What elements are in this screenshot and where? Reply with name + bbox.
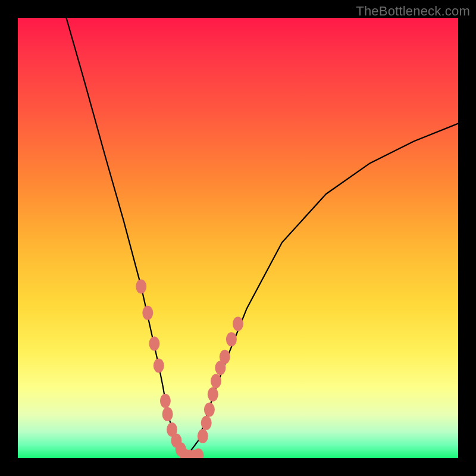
data-marker (201, 416, 212, 430)
watermark-text: TheBottleneck.com (356, 4, 470, 19)
curve-left (66, 18, 185, 458)
data-marker (160, 394, 171, 408)
plot-area (18, 18, 458, 458)
data-marker (198, 429, 208, 443)
curve-right (185, 124, 458, 458)
data-marker (204, 403, 215, 417)
data-marker (149, 337, 159, 351)
data-marker (162, 407, 173, 421)
data-marker (154, 359, 164, 373)
data-marker (142, 306, 153, 320)
chart-frame: TheBottleneck.com (0, 0, 476, 476)
data-marker (211, 374, 221, 389)
data-marker (136, 279, 146, 293)
data-marker (226, 332, 237, 346)
data-marker (208, 387, 218, 402)
data-marker (233, 317, 243, 331)
markers-group (136, 279, 243, 458)
data-marker (220, 350, 230, 364)
chart-svg (18, 18, 458, 458)
